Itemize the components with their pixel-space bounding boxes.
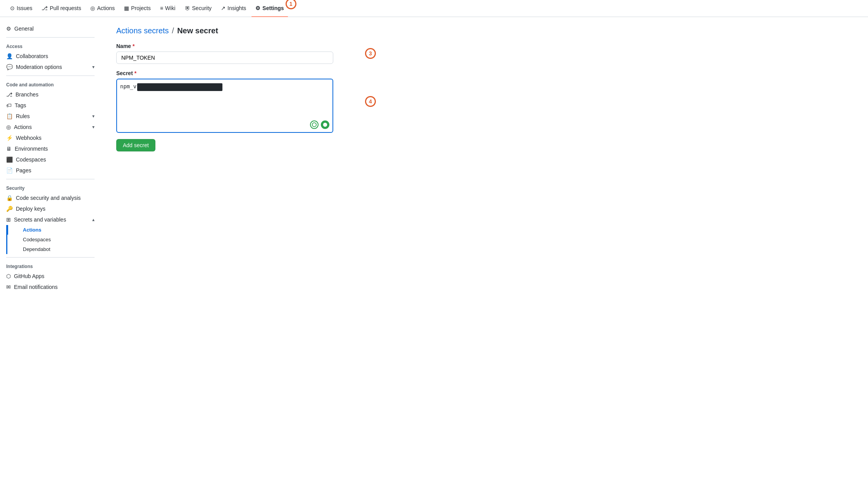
projects-icon: ▦ — [124, 5, 129, 11]
pull-requests-icon: ⎇ — [41, 5, 48, 11]
nav-issues[interactable]: ⊙ Issues — [6, 0, 36, 17]
moderation-icon: 💬 — [6, 64, 13, 70]
nav-projects[interactable]: ▦ Projects — [120, 0, 155, 17]
branches-icon: ⎇ — [6, 91, 12, 98]
sidebar-item-deploy-keys[interactable]: 🔑 Deploy keys — [0, 203, 101, 214]
sidebar-item-collaborators[interactable]: 👤 Collaborators — [0, 51, 101, 62]
main-content: Actions secrets / New secret Name * 3 Se… — [101, 17, 868, 488]
secret-icon-fill[interactable] — [321, 120, 329, 129]
codespaces-icon: ⬛ — [6, 156, 13, 163]
breadcrumb: Actions secrets / New secret — [116, 26, 852, 35]
secret-masked-value — [137, 83, 222, 91]
sidebar-sub-dependabot[interactable]: Dependabot — [7, 244, 101, 254]
issues-icon: ⊙ — [10, 5, 15, 11]
sidebar-item-moderation[interactable]: 💬 Moderation options ▾ — [0, 62, 101, 72]
email-notifications-icon: ✉ — [6, 284, 11, 290]
security-icon: ⛨ — [185, 5, 190, 11]
name-form-group: Name * 3 — [116, 43, 356, 64]
sidebar-item-webhooks[interactable]: ⚡ Webhooks — [0, 132, 101, 143]
code-section-label: Code and automation — [0, 79, 101, 89]
divider-code — [6, 76, 95, 76]
sidebar-item-environments[interactable]: 🖥 Environments — [0, 143, 101, 154]
top-nav: ⊙ Issues ⎇ Pull requests ◎ Actions ▦ Pro… — [0, 0, 868, 17]
breadcrumb-separator: / — [172, 26, 174, 35]
sidebar-item-codespaces[interactable]: ⬛ Codespaces — [0, 154, 101, 165]
actions-sidebar-icon: ◎ — [6, 124, 11, 130]
add-secret-button[interactable]: Add secret — [116, 139, 155, 151]
annotation-4: 4 — [365, 96, 376, 107]
code-security-icon: 🔒 — [6, 195, 13, 201]
breadcrumb-link[interactable]: Actions secrets — [116, 26, 169, 35]
pages-icon: 📄 — [6, 167, 13, 174]
tags-icon: 🏷 — [6, 102, 12, 108]
sidebar-item-pages[interactable]: 📄 Pages — [0, 165, 101, 176]
secret-form-group: Secret * npm_v — [116, 70, 356, 133]
name-input[interactable] — [116, 52, 333, 64]
sidebar-item-rules[interactable]: 📋 Rules ▾ — [0, 111, 101, 122]
sidebar-sub-codespaces[interactable]: Codespaces — [7, 235, 101, 244]
secret-required: * — [134, 70, 136, 76]
nav-wiki[interactable]: ≡ Wiki — [156, 0, 179, 17]
breadcrumb-current: New secret — [177, 26, 218, 35]
divider-security — [6, 179, 95, 179]
moderation-chevron: ▾ — [92, 64, 95, 70]
secret-textarea[interactable]: npm_v — [116, 79, 333, 133]
sidebar: 2 ⚙ General Access 👤 Collaborators 💬 Mod… — [0, 17, 101, 488]
sidebar-item-email-notifications[interactable]: ✉ Email notifications — [0, 282, 101, 292]
general-icon: ⚙ — [6, 26, 11, 32]
secret-prefix-text: npm_v — [120, 83, 136, 89]
sidebar-item-secrets-variables[interactable]: ⊞ Secrets and variables ▴ — [0, 214, 101, 225]
rules-chevron: ▾ — [92, 113, 95, 119]
submit-group: Add secret — [116, 139, 852, 151]
divider-integrations — [6, 257, 95, 258]
sidebar-sub-actions[interactable]: Actions — [7, 225, 101, 235]
nav-pull-requests[interactable]: ⎇ Pull requests — [38, 0, 85, 17]
github-apps-icon: ⬡ — [6, 273, 11, 279]
svg-point-1 — [323, 123, 327, 127]
actions-chevron: ▾ — [92, 124, 95, 130]
secret-icons — [310, 120, 329, 129]
webhooks-icon: ⚡ — [6, 135, 13, 141]
environments-icon: 🖥 — [6, 146, 12, 152]
nav-security[interactable]: ⛨ Security — [181, 0, 216, 17]
sidebar-item-tags[interactable]: 🏷 Tags — [0, 100, 101, 111]
divider-access — [6, 37, 95, 38]
secrets-icon: ⊞ — [6, 217, 11, 223]
secret-label: Secret * — [116, 70, 356, 76]
deploy-keys-icon: 🔑 — [6, 206, 13, 212]
sidebar-item-general[interactable]: ⚙ General — [0, 23, 101, 34]
nav-settings[interactable]: ⚙ Settings 1 — [251, 0, 288, 17]
insights-icon: ↗ — [221, 5, 226, 11]
annotation-3: 3 — [365, 48, 376, 59]
secret-icon-outline[interactable] — [310, 120, 319, 129]
wiki-icon: ≡ — [160, 5, 163, 11]
rules-icon: 📋 — [6, 113, 13, 119]
security-section-label: Security — [0, 182, 101, 192]
sidebar-item-github-apps[interactable]: ⬡ GitHub Apps — [0, 271, 101, 282]
annotation-1: 1 — [286, 0, 296, 9]
settings-icon: ⚙ — [255, 5, 260, 11]
actions-icon: ◎ — [90, 5, 95, 11]
access-section-label: Access — [0, 41, 101, 51]
secrets-chevron: ▴ — [92, 217, 95, 222]
integrations-section-label: Integrations — [0, 261, 101, 271]
sidebar-item-code-security[interactable]: 🔒 Code security and analysis — [0, 192, 101, 203]
sidebar-item-actions[interactable]: ◎ Actions ▾ — [0, 122, 101, 132]
svg-point-0 — [312, 123, 317, 127]
collaborators-icon: 👤 — [6, 53, 13, 59]
sidebar-item-branches[interactable]: ⎇ Branches — [0, 89, 101, 100]
name-required: * — [133, 43, 134, 49]
nav-actions[interactable]: ◎ Actions — [86, 0, 119, 17]
nav-insights[interactable]: ↗ Insights — [217, 0, 250, 17]
name-label: Name * — [116, 43, 356, 49]
